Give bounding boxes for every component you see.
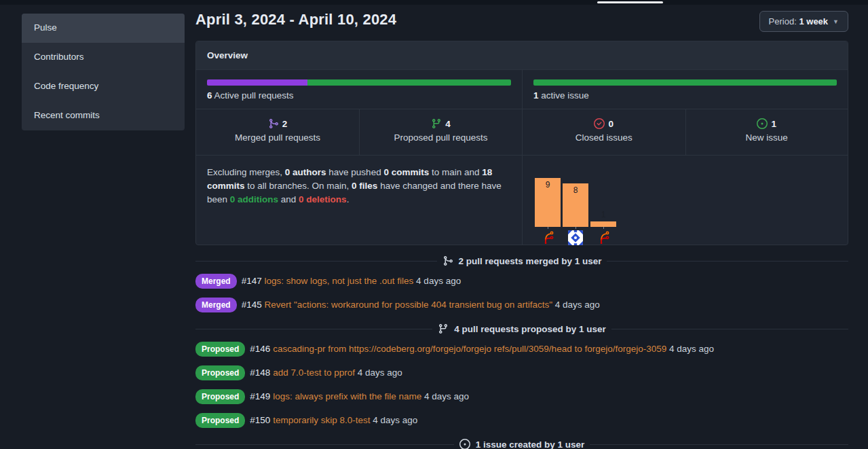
git-branch-icon — [431, 118, 442, 129]
issue-title-link[interactable]: Revert "actions: workaround for possible… — [264, 300, 552, 310]
active-issue-progress: 1 active issue — [523, 70, 848, 109]
relative-time: 4 days ago — [370, 415, 417, 425]
git-merge-icon — [268, 118, 279, 129]
issue-title-link[interactable]: add 7.0-test to pprof — [273, 367, 355, 378]
pulse-main: April 3, 2024 - April 10, 2024 Period: 1… — [195, 11, 848, 449]
issue-opened-icon — [757, 118, 768, 129]
state-badge: Proposed — [195, 389, 245, 404]
stat-proposed-prs[interactable]: 4 Proposed pull requests — [359, 109, 522, 155]
pr-progress-bar — [207, 79, 511, 86]
issue-number: #150 — [250, 415, 273, 425]
user-avatar-forgejo-logo[interactable] — [540, 230, 555, 245]
overview-panel-title: Overview — [196, 41, 848, 70]
active-issue-label: 1 active issue — [533, 90, 837, 101]
timeline-item-149: Proposed#149 logs: always prefix with th… — [195, 389, 848, 404]
progress-segment — [307, 79, 511, 86]
section-header: 4 pull requests proposed by 1 user — [195, 321, 848, 336]
chart-column: 1 — [590, 168, 616, 245]
state-badge: Proposed — [195, 342, 245, 357]
relative-time: 4 days ago — [552, 300, 600, 310]
section-title: 4 pull requests proposed by 1 user — [454, 324, 606, 334]
active-pr-label: 6 Active pull requests — [207, 90, 511, 101]
issue-number: #148 — [250, 367, 273, 378]
section-title: 2 pull requests merged by 1 user — [459, 256, 602, 266]
page-title: April 3, 2024 - April 10, 2024 — [195, 11, 396, 29]
commit-count-bar: 1 — [590, 221, 616, 227]
section-header: 1 issue created by 1 user — [195, 437, 848, 449]
overview-panel: Overview 6 Active pull requests 2 Merged… — [195, 41, 848, 245]
top-navbar — [0, 0, 868, 5]
active-pr-progress: 6 Active pull requests — [196, 70, 522, 109]
section-title: 1 issue created by 1 user — [476, 439, 585, 449]
timeline-item-145: Merged#145 Revert "actions: workaround f… — [195, 298, 848, 312]
active-tab-indicator — [597, 1, 663, 3]
relative-time: 4 days ago — [355, 367, 402, 378]
activity-summary: Excluding merges, 0 authors have pushed … — [196, 156, 522, 206]
period-label: Period: 1 week — [769, 16, 828, 26]
axis-tick — [575, 227, 576, 229]
issue-title-link[interactable]: logs: always prefix with the file name — [273, 391, 421, 401]
sidebar-item-recent-commits[interactable]: Recent commits — [22, 101, 185, 130]
issue-opened-icon — [459, 439, 470, 449]
issue-number: #147 — [242, 276, 265, 286]
activity-timeline: 2 pull requests merged by 1 userMerged#1… — [195, 253, 848, 449]
timeline-item-146: Proposed#146 cascading-pr from https://c… — [195, 342, 848, 357]
issue-number: #149 — [250, 391, 273, 401]
timeline-item-148: Proposed#148 add 7.0-test to pprof 4 day… — [195, 365, 848, 380]
state-badge: Proposed — [195, 365, 245, 380]
state-badge: Proposed — [195, 413, 245, 428]
bar-value-label: 9 — [535, 180, 561, 190]
relative-time: 4 days ago — [421, 391, 469, 401]
chart-column: 9 — [535, 168, 561, 245]
user-avatar-identicon[interactable] — [568, 230, 583, 245]
sidebar-item-contributors[interactable]: Contributors — [22, 43, 185, 72]
issue-closed-icon — [594, 118, 605, 129]
commit-count-bar: 9 — [535, 178, 561, 227]
progress-segment — [207, 79, 307, 86]
commits-bar-chart: 981 — [523, 156, 848, 245]
axis-tick — [603, 227, 604, 229]
commit-count-bar: 8 — [563, 183, 588, 227]
sidebar-item-code-frequency[interactable]: Code frequency — [22, 72, 185, 101]
git-branch-icon — [438, 323, 449, 334]
bar-value-label: 8 — [563, 185, 588, 195]
issue-title-link[interactable]: cascading-pr from https://codeberg.org/f… — [273, 344, 666, 354]
relative-time: 4 days ago — [413, 276, 461, 286]
issue-progress-bar — [533, 79, 837, 86]
chart-column: 8 — [563, 168, 588, 245]
timeline-item-150: Proposed#150 temporarily skip 8.0-test 4… — [195, 413, 848, 428]
axis-tick — [548, 227, 548, 229]
issue-number: #145 — [242, 300, 265, 310]
issue-number: #146 — [250, 344, 273, 354]
state-badge: Merged — [195, 274, 237, 289]
timeline-item-147: Merged#147 logs: show logs, not just the… — [195, 274, 848, 289]
progress-segment — [533, 79, 837, 86]
issue-title-link[interactable]: temporarily skip 8.0-test — [273, 415, 370, 425]
relative-time: 4 days ago — [666, 344, 714, 354]
stat-merged-prs[interactable]: 2 Merged pull requests — [196, 109, 359, 155]
sidebar-item-pulse[interactable]: Pulse — [22, 14, 185, 43]
state-badge: Merged — [195, 298, 237, 312]
stat-closed-issues[interactable]: 0 Closed issues — [523, 109, 685, 155]
section-header: 2 pull requests merged by 1 user — [195, 253, 848, 268]
user-avatar-forgejo-logo[interactable] — [596, 230, 611, 245]
chevron-down-icon: ▼ — [833, 18, 839, 25]
bar-value-label: 1 — [590, 210, 616, 219]
period-dropdown[interactable]: Period: 1 week ▼ — [759, 11, 848, 32]
pulse-sidebar: PulseContributorsCode frequencyRecent co… — [22, 14, 185, 130]
issue-title-link[interactable]: logs: show logs, not just the .out files — [264, 276, 413, 286]
stat-new-issues[interactable]: 1 New issue — [685, 109, 848, 155]
git-merge-icon — [442, 255, 453, 266]
